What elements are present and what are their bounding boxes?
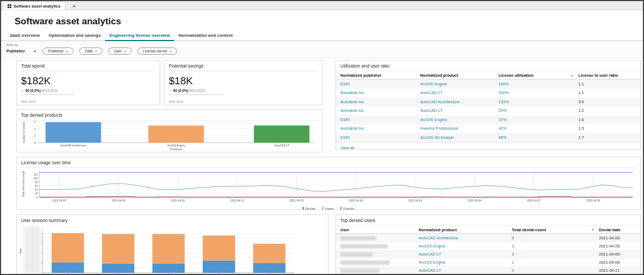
column-header-normalized-publisher[interactable]: Normalized publisher (340, 73, 420, 78)
cell-license-utilization[interactable]: 133% (498, 99, 578, 104)
cell-normalized-publisher[interactable]: Autodesk Inc. (340, 126, 420, 131)
sort-arrow-icon: ▴ (572, 73, 573, 77)
filter-pill-license-server[interactable]: License server∨ (138, 48, 177, 55)
kpi-axis-label: W20 2021 (169, 100, 183, 103)
browser-tab-title: Software asset analytics (13, 4, 60, 9)
svg-text:20: 20 (35, 192, 38, 195)
stacked-chart-svg: Time (17, 225, 328, 275)
chevron-down-icon: ∨ (169, 50, 172, 53)
session-bar-top[interactable] (203, 236, 235, 260)
cell-total-denial-count[interactable]: 2 (512, 260, 599, 265)
cell-normalized-publisher[interactable]: Autodesk Inc. (340, 90, 420, 95)
column-header-normalized-product[interactable]: Normalized product (419, 227, 512, 232)
session-bar-bottom[interactable] (102, 264, 134, 273)
browser-tab[interactable]: Software asset analytics (2, 2, 66, 10)
cell-normalized-product[interactable]: ArcGIS Engine (419, 260, 512, 265)
cell-license-to-user-ratio: 1:2 (578, 108, 636, 113)
user-session-card: User session summary Time (16, 214, 328, 275)
tab-saas-overview[interactable]: SaaS overview (5, 31, 44, 41)
cell-normalized-publisher[interactable]: Autodesk Inc. (340, 99, 420, 104)
filter-primary-select[interactable]: Publisher ▾ (5, 48, 37, 55)
filter-pill-publisher[interactable]: Publisher∨ (43, 48, 73, 55)
legend-item-quantity[interactable]: Quantity (340, 207, 355, 210)
session-bar-top[interactable] (52, 233, 84, 263)
legend-item-usage[interactable]: Usage (322, 207, 334, 210)
sort-arrow-icon: ▾ (592, 228, 594, 231)
column-header-normalized-product[interactable]: Normalized product (420, 73, 498, 78)
filter-pill-user[interactable]: User∨ (108, 48, 132, 55)
session-bar-top[interactable] (153, 234, 185, 264)
cell-normalized-product[interactable]: AutoCAD LT (419, 252, 512, 257)
column-header-license-utilization[interactable]: License utilization▴ (498, 73, 578, 78)
redacted-user-name (340, 252, 373, 257)
svg-text:2: 2 (34, 134, 36, 137)
cell-normalized-product[interactable]: AutoCAD LT (420, 90, 498, 95)
cell-normalized-product[interactable]: AutoCAD LT (419, 268, 512, 273)
cell-license-utilization[interactable]: 100% (498, 82, 578, 86)
cell-normalized-publisher[interactable]: ESRI (340, 82, 420, 86)
session-bar-top[interactable] (253, 244, 285, 263)
cell-normalized-product[interactable]: Inventor Professional (420, 126, 498, 131)
cell-total-denial-count[interactable]: 5 (512, 236, 599, 240)
cell-denial-date: 2021-04-05 (599, 252, 636, 257)
user-session-chart: Time (17, 225, 328, 275)
legend-swatch (303, 207, 304, 210)
legend-item-denials[interactable]: Denials (303, 207, 316, 210)
table-row: Autodesk Inc.Inventor Professional42%1:3 (336, 124, 640, 133)
utilization-card-title: Utilization and user ratio (336, 61, 640, 71)
utilization-table: Normalized publisherNormalized productLi… (336, 71, 640, 150)
cell-license-utilization[interactable]: 25% (498, 108, 578, 113)
svg-text:2021-04-09: 2021-04-09 (171, 199, 185, 202)
denials-area (39, 196, 633, 197)
table-row: Autodesk Inc.AutoCAD Architecture133%3:4 (336, 97, 640, 106)
cell-license-to-user-ratio: 1:1 (578, 82, 636, 86)
utilization-card: Utilization and user ratio Normalized pu… (335, 60, 641, 150)
cell-license-utilization[interactable]: 55% (498, 135, 578, 140)
cell-normalized-product[interactable]: ArcGIS Engine (420, 117, 498, 122)
tab-engineering-license-overview[interactable]: Engineering license overview (105, 31, 174, 41)
view-all-link[interactable]: View all (336, 142, 640, 150)
svg-text:2021-04-27: 2021-04-27 (527, 199, 541, 202)
filter-primary-value: Publisher (6, 49, 25, 53)
column-header-denial-date[interactable]: Denial date (599, 227, 636, 232)
bar-arcgis-engine[interactable] (148, 125, 204, 143)
filter-pills: Publisher∨Date∨User∨License server∨ (43, 48, 177, 55)
cell-normalized-product[interactable]: ArcGIS Engine (419, 244, 512, 249)
session-bar-bottom[interactable] (253, 263, 285, 273)
cell-normalized-product[interactable]: AutoCAD Architecture (419, 236, 512, 240)
cell-normalized-product[interactable]: ArcGIS 3D Analyst (420, 135, 498, 140)
column-header-user[interactable]: User (340, 227, 419, 232)
bar-autocad-lt[interactable] (254, 125, 310, 143)
top-denied-products-card: Top denied products 0246AutoCAD Architec… (16, 109, 323, 152)
cell-normalized-publisher[interactable]: ESRI (340, 135, 420, 140)
tab-optimization-and-savings[interactable]: Optimization and savings (44, 31, 105, 41)
tab-normalization-and-content[interactable]: Normalization and content (174, 31, 237, 41)
cell-license-to-user-ratio: 1:7 (578, 135, 636, 140)
session-bar-bottom[interactable] (203, 260, 235, 273)
session-bar-bottom[interactable] (52, 263, 84, 273)
cell-normalized-publisher[interactable]: Autodesk Inc. (340, 108, 420, 113)
new-tab-button[interactable]: + (72, 3, 76, 9)
session-bar-top[interactable] (102, 234, 134, 264)
page-title: Software asset analytics (15, 16, 643, 27)
cell-license-utilization[interactable]: 37% (498, 117, 578, 122)
cell-total-denial-count[interactable]: 3 (512, 252, 599, 257)
kpi-sparkline (169, 92, 223, 97)
svg-text:6: 6 (34, 120, 36, 124)
cell-license-utilization[interactable]: 100% (498, 90, 578, 95)
cell-license-utilization[interactable]: 42% (498, 126, 578, 131)
svg-text:2021-04-15: 2021-04-15 (290, 199, 304, 202)
legend-swatch (322, 207, 323, 210)
column-header-total-denial-count[interactable]: Total denial count▾ (512, 227, 599, 232)
table-header: Normalized publisherNormalized productLi… (336, 71, 640, 79)
cell-normalized-product[interactable]: AutoCAD Architecture (420, 99, 498, 104)
column-header-license-to-user-ratio[interactable]: License to user ratio (578, 73, 636, 78)
cell-total-denial-count[interactable]: 2 (512, 268, 599, 273)
bar-autocad-architecture[interactable] (45, 122, 101, 143)
session-bar-bottom[interactable] (153, 264, 185, 273)
cell-normalized-product[interactable]: ArcGIS Engine (420, 82, 498, 86)
cell-normalized-publisher[interactable]: ESRI (340, 117, 420, 122)
cell-total-denial-count[interactable]: 3 (512, 244, 599, 249)
filter-pill-date[interactable]: Date∨ (79, 48, 102, 55)
cell-normalized-product[interactable]: AutoCAD LT (420, 108, 498, 113)
